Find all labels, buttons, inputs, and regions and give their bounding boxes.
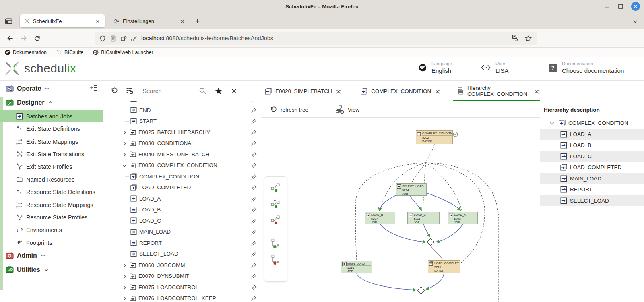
chevron-right-icon[interactable]	[122, 273, 128, 280]
pin-icon[interactable]	[251, 128, 257, 136]
tab-close-icon[interactable]	[534, 87, 539, 94]
shield-icon[interactable]	[99, 35, 106, 41]
pin-icon[interactable]	[251, 217, 257, 224]
bookmark-bicsuite[interactable]: BICsuite	[56, 50, 83, 55]
window-titlebar[interactable]: SchedulixFe – Mozilla Firefox	[0, 0, 644, 13]
pin-icon[interactable]	[251, 162, 257, 169]
graph-node-load-a[interactable]: LOAD_A 5203 JOB	[448, 212, 478, 224]
reload-button[interactable]	[34, 34, 41, 41]
favorites-star-icon[interactable]	[215, 87, 223, 95]
pin-icon[interactable]	[251, 206, 257, 213]
pin-icon[interactable]	[251, 228, 257, 236]
list-all-tabs-icon[interactable]	[632, 17, 638, 25]
tree-item-start[interactable]: START	[104, 116, 260, 127]
translate-icon[interactable]	[512, 35, 519, 42]
tab-close-icon[interactable]	[336, 87, 341, 94]
graph-node-load-b[interactable]: LOAD_B 5207 JOB	[365, 212, 395, 224]
tab-close-icon[interactable]	[95, 18, 101, 24]
hierarchy-item-load-a[interactable]: LOAD_A	[540, 129, 644, 140]
tab-e0020-simplebatch[interactable]: E0020_SIMPLEBATCH	[265, 81, 341, 101]
maximize-button[interactable]	[617, 3, 624, 10]
sidebar-item-exit-state-profiles[interactable]: Exit State Profiles	[0, 161, 103, 172]
sidebar-item-resource-state-definitions[interactable]: Resource State Definitions	[0, 186, 103, 198]
tab-complex-condition[interactable]: COMPLEX_CONDITION	[361, 81, 440, 101]
sidebar-item-exit-state-translations[interactable]: Exit State Translations	[0, 148, 103, 160]
pin-icon[interactable]	[251, 106, 257, 114]
sidebar-item-resource-state-profiles[interactable]: Resource State Profiles	[0, 211, 103, 223]
scrollbar-track[interactable]	[642, 101, 642, 302]
remove-child-button[interactable]	[270, 254, 281, 265]
tree-item-load-a[interactable]: LOAD_A	[104, 193, 260, 205]
sidebar-section-utilities[interactable]: Utilities	[0, 264, 103, 275]
add-dependency-button[interactable]	[270, 182, 281, 193]
firefox-view-icon[interactable]	[5, 17, 12, 25]
tree-item-e0075[interactable]: E0075_LOADCONTROL	[104, 282, 260, 293]
tab-close-icon[interactable]	[435, 87, 440, 94]
sidebar-item-exit-state-definitions[interactable]: Exit State Definitions	[0, 123, 103, 134]
documentation-selector[interactable]: ? Documentation Choose documentation	[549, 61, 624, 74]
chevron-right-icon[interactable]	[122, 261, 128, 269]
page-info-icon[interactable]	[110, 35, 116, 41]
sidebar-item-exit-state-mappings[interactable]: Exit State Mappings	[0, 136, 103, 147]
add-child-button[interactable]	[270, 238, 281, 249]
chevron-right-icon[interactable]	[122, 295, 128, 302]
chevron-down-icon[interactable]	[549, 120, 555, 127]
tree-item[interactable]	[104, 101, 260, 105]
url-bar[interactable]: localhost:8080/schedulix-fe/home/Batches…	[95, 32, 537, 45]
graph-node-load-c[interactable]: LOAD_C 5211 JOB	[407, 212, 440, 224]
chevron-down-icon[interactable]	[122, 162, 128, 169]
close-button[interactable]	[631, 2, 640, 11]
node-status-badge[interactable]	[453, 130, 458, 138]
minimize-button[interactable]	[604, 3, 610, 10]
bookmark-bicsuite-web-launcher[interactable]: BICsuite!web Launcher	[93, 50, 153, 55]
sidebar-item-batches-and-jobs[interactable]: Batches and Jobs	[0, 110, 103, 122]
forward-button[interactable]	[20, 34, 27, 42]
sidebar-item-resource-state-mappings[interactable]: Resource State Mappings	[0, 199, 103, 211]
hierarchy-item-load-b[interactable]: LOAD_B	[540, 140, 644, 151]
pin-icon[interactable]	[251, 101, 257, 103]
bookmark-star-icon[interactable]	[525, 35, 532, 42]
search-icon[interactable]	[199, 87, 206, 95]
hierarchy-item-select-load[interactable]: SELECT_LOAD	[540, 195, 644, 207]
sidebar-item-named-resources[interactable]: Named Resources	[0, 174, 103, 185]
tree-item-e0060[interactable]: E0060_JOBCOMM	[104, 260, 260, 271]
language-selector[interactable]: Language English	[419, 61, 452, 74]
pin-icon[interactable]	[251, 184, 257, 191]
tree-item-end[interactable]: END	[104, 105, 260, 116]
pin-icon[interactable]	[251, 195, 257, 202]
password-key-icon[interactable]	[131, 35, 137, 41]
tree-item-e0025[interactable]: E0025_BATCH_HIERARCHY	[104, 127, 260, 138]
permissions-icon[interactable]	[120, 35, 127, 41]
pin-icon[interactable]	[251, 239, 257, 246]
hierarchy-item-main-load[interactable]: MAIN_LOAD	[540, 173, 644, 184]
tree-item-complex-condition[interactable]: COMPLEX_CONDITION	[104, 171, 260, 182]
chevron-right-icon[interactable]	[122, 283, 128, 291]
tree-item-report[interactable]: REPORT	[104, 238, 260, 249]
tree-item-e0070[interactable]: E0070_DYNSUBMIT	[104, 271, 260, 282]
search-input[interactable]	[142, 87, 192, 95]
sidebar-section-operate[interactable]: Operate	[0, 83, 103, 94]
tab-hierarchy-complex-condition[interactable]: Hierarchy COMPLEX_CONDITION	[456, 81, 539, 101]
filter-list-icon[interactable]	[126, 87, 134, 95]
sidebar-item-environments[interactable]: Environments	[0, 224, 103, 236]
tree-item-e0040[interactable]: E0040_MILESTONE_BATCH	[104, 149, 260, 160]
sidebar-section-admin[interactable]: Admin	[0, 250, 103, 261]
tree-item-load-c[interactable]: LOAD_C	[104, 215, 260, 227]
reset-tree-icon[interactable]	[110, 87, 118, 95]
pin-icon[interactable]	[251, 295, 257, 302]
schedulix-logo[interactable]: schedulix	[3, 60, 76, 77]
chevron-right-icon[interactable]	[122, 128, 128, 136]
pin-icon[interactable]	[251, 140, 257, 147]
user-menu[interactable]: User LISA	[481, 61, 509, 74]
hierarchy-item-report[interactable]: REPORT	[540, 184, 644, 195]
pin-icon[interactable]	[251, 261, 257, 269]
url-text[interactable]: localhost:8080/schedulix-fe/home/Batches…	[141, 35, 512, 41]
browser-tab-schedulixfe[interactable]: SchedulixFe	[20, 14, 105, 27]
new-tab-button[interactable]: +	[195, 17, 200, 25]
pin-icon[interactable]	[251, 250, 257, 258]
chevron-right-icon[interactable]	[122, 151, 128, 158]
tree-item-main-load[interactable]: MAIN_LOAD	[104, 226, 260, 238]
browser-tab-einstellungen[interactable]: Einstellungen	[109, 14, 190, 27]
chevron-right-icon[interactable]	[122, 140, 128, 147]
tree-item-e0030[interactable]: E0030_CONDITIONAL	[104, 138, 260, 149]
